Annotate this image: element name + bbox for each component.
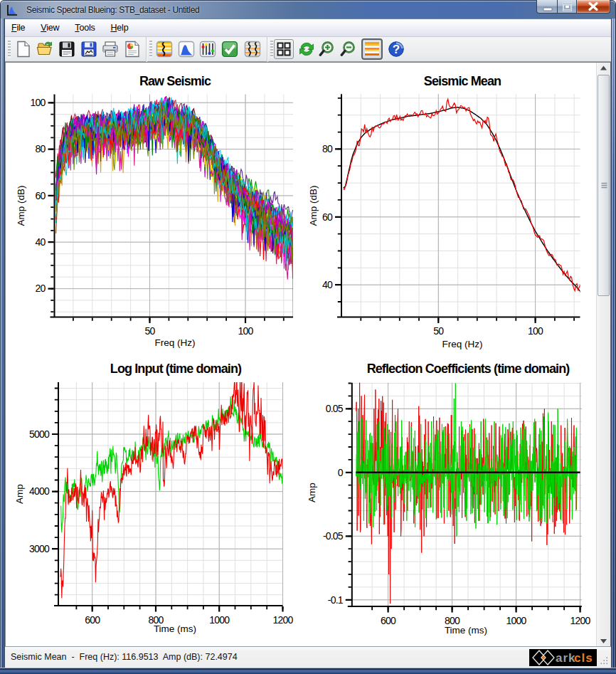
svg-text:Amp (dB): Amp (dB) xyxy=(16,185,26,226)
svg-text:60: 60 xyxy=(322,211,333,223)
svg-text:Amp (dB): Amp (dB) xyxy=(308,185,319,226)
svg-text:Time (ms): Time (ms) xyxy=(154,623,196,634)
svg-text:Seismic Mean: Seismic Mean xyxy=(424,74,501,88)
svg-text:?: ? xyxy=(393,43,400,56)
svg-text:1000: 1000 xyxy=(506,615,527,626)
svg-text:0.05: 0.05 xyxy=(326,403,344,414)
svg-text:Log Input (time domain): Log Input (time domain) xyxy=(110,362,242,376)
svg-text:Time (ms): Time (ms) xyxy=(445,625,487,636)
svg-text:50: 50 xyxy=(433,325,444,337)
svg-text:40: 40 xyxy=(36,236,46,248)
svg-text:0: 0 xyxy=(338,467,344,478)
svg-text:60: 60 xyxy=(36,190,46,201)
svg-text:100: 100 xyxy=(528,325,543,337)
svg-text:5000: 5000 xyxy=(29,428,50,440)
svg-text:600: 600 xyxy=(85,614,100,626)
svg-text:40: 40 xyxy=(322,279,333,290)
svg-text:-0.05: -0.05 xyxy=(323,530,344,542)
svg-text:Amp: Amp xyxy=(307,483,317,502)
svg-text:20: 20 xyxy=(36,283,46,294)
svg-text:cls: cls xyxy=(574,651,593,665)
svg-text:Freq (Hz): Freq (Hz) xyxy=(155,337,196,348)
svg-text:80: 80 xyxy=(322,143,333,154)
svg-text:Reflection Coefficients (time: Reflection Coefficients (time domain) xyxy=(367,362,570,376)
svg-text:Amp: Amp xyxy=(14,484,25,504)
svg-text:-0.1: -0.1 xyxy=(328,594,344,606)
svg-text:1200: 1200 xyxy=(273,614,294,626)
svg-text:3000: 3000 xyxy=(29,543,50,554)
svg-text:Raw Seismic: Raw Seismic xyxy=(139,74,211,88)
svg-text:4000: 4000 xyxy=(29,485,50,497)
svg-text:1200: 1200 xyxy=(570,615,591,626)
svg-text:1000: 1000 xyxy=(209,614,230,626)
svg-text:80: 80 xyxy=(36,143,46,154)
svg-text:50: 50 xyxy=(145,325,156,337)
svg-text:100: 100 xyxy=(31,97,46,108)
svg-text:100: 100 xyxy=(238,325,254,337)
svg-text:ark: ark xyxy=(556,651,576,665)
svg-text:600: 600 xyxy=(381,615,396,626)
svg-text:Freq (Hz): Freq (Hz) xyxy=(442,339,483,349)
